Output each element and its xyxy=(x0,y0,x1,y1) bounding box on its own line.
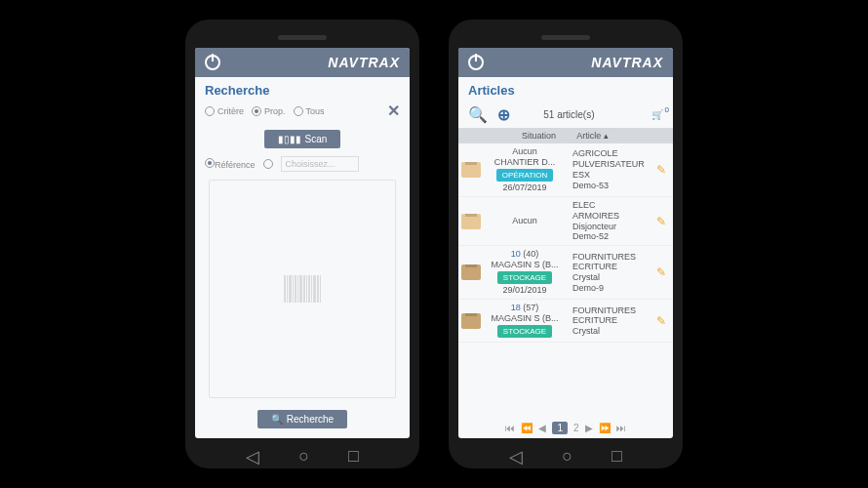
package-icon xyxy=(461,313,481,329)
cell-situation: 18 (57)MAGASIN S (B...STOCKAGE xyxy=(485,303,565,339)
android-nav: ◁ ○ □ xyxy=(458,446,673,468)
barcode-icon: ▮▯▮▮ xyxy=(278,134,301,144)
package-icon xyxy=(461,264,481,280)
pager-fastback-icon[interactable]: ⏪ xyxy=(521,423,533,433)
page-title: Articles xyxy=(458,77,673,102)
screen-right: NAVTRAX Articles 🔍 ⊕ 51 article(s) 🛒0 Si… xyxy=(458,48,673,438)
radio-tous[interactable]: Tous xyxy=(294,106,325,116)
table-row[interactable]: AucunELECARMOIRESDisjoncteurDemo-52✎ xyxy=(458,197,673,246)
pager-page-current[interactable]: 1 xyxy=(552,422,568,434)
pager-fastfwd-icon[interactable]: ⏩ xyxy=(599,423,611,433)
col-article[interactable]: Article ▴ xyxy=(566,131,619,141)
toolbar: 🔍 ⊕ 51 article(s) 🛒0 xyxy=(458,102,673,128)
search-icon[interactable]: 🔍 xyxy=(468,105,488,124)
pager-page-2[interactable]: 2 xyxy=(573,423,579,433)
nav-recent-icon[interactable]: □ xyxy=(612,446,622,468)
phone-right: NAVTRAX Articles 🔍 ⊕ 51 article(s) 🛒0 Si… xyxy=(449,20,683,468)
phone-left: NAVTRAX Recherche Critère Prop. Tous ✕ ▮… xyxy=(185,20,419,468)
radio-blank[interactable] xyxy=(263,159,273,169)
cell-article: AGRICOLEPULVERISATEURESXDemo-53 xyxy=(569,148,652,190)
sort-icon: ▴ xyxy=(604,131,609,141)
cart-icon[interactable]: 🛒0 xyxy=(651,109,663,120)
android-nav: ◁ ○ □ xyxy=(195,446,410,468)
brand-logo: NAVTRAX xyxy=(328,55,400,70)
nav-recent-icon[interactable]: □ xyxy=(348,446,359,468)
screen-left: NAVTRAX Recherche Critère Prop. Tous ✕ ▮… xyxy=(195,48,410,438)
nav-back-icon[interactable]: ◁ xyxy=(509,446,523,468)
cell-situation: 10 (40)MAGASIN S (B...STOCKAGE29/01/2019 xyxy=(485,249,565,296)
add-icon[interactable]: ⊕ xyxy=(497,105,510,124)
edit-icon[interactable]: ✎ xyxy=(656,163,670,177)
pager-next-icon[interactable]: ▶ xyxy=(585,423,593,433)
app-header: NAVTRAX xyxy=(195,48,410,77)
cart-badge: 0 xyxy=(665,105,669,114)
table-row[interactable]: 18 (57)MAGASIN S (B...STOCKAGEFOURNITURE… xyxy=(458,300,673,343)
cell-article: FOURNITURESECRITURECrystal xyxy=(569,305,652,337)
cell-situation: Aucun xyxy=(485,216,565,226)
app-header: NAVTRAX xyxy=(458,48,673,77)
table-header: Situation Article ▴ xyxy=(458,128,673,143)
select-dropdown[interactable]: Choisissez... xyxy=(281,156,359,172)
power-icon[interactable] xyxy=(468,55,484,70)
pager-last-icon[interactable]: ⏭ xyxy=(616,423,626,433)
col-situation[interactable]: Situation xyxy=(512,131,566,141)
nav-home-icon[interactable]: ○ xyxy=(298,446,309,468)
phone-speaker xyxy=(278,35,327,40)
edit-icon[interactable]: ✎ xyxy=(656,215,670,228)
brand-logo: NAVTRAX xyxy=(591,55,663,70)
scan-button[interactable]: ▮▯▮▮Scan xyxy=(264,130,341,148)
close-icon[interactable]: ✕ xyxy=(387,102,400,120)
article-count: 51 article(s) xyxy=(543,109,594,120)
radio-reference[interactable]: Référence xyxy=(205,158,256,170)
table-row[interactable]: AucunCHANTIER D...OPÉRATION26/07/2019AGR… xyxy=(458,143,673,197)
nav-back-icon[interactable]: ◁ xyxy=(246,446,259,468)
pager: ⏮ ⏪ ◀ 1 2 ▶ ⏩ ⏭ xyxy=(458,418,673,438)
edit-icon[interactable]: ✎ xyxy=(656,314,670,328)
pager-prev-icon[interactable]: ◀ xyxy=(538,423,546,433)
search-button[interactable]: 🔍Recherche xyxy=(257,410,347,428)
pager-first-icon[interactable]: ⏮ xyxy=(505,423,515,433)
page-title: Recherche xyxy=(195,77,410,102)
phone-speaker xyxy=(541,35,590,40)
cell-article: FOURNITURESECRITURECrystalDemo-9 xyxy=(569,252,652,294)
radio-prop[interactable]: Prop. xyxy=(252,106,286,116)
power-icon[interactable] xyxy=(205,55,220,70)
table-row[interactable]: 10 (40)MAGASIN S (B...STOCKAGE29/01/2019… xyxy=(458,246,673,300)
nav-home-icon[interactable]: ○ xyxy=(562,446,572,468)
package-icon xyxy=(461,214,481,229)
package-icon xyxy=(461,162,481,178)
radio-critere[interactable]: Critère xyxy=(205,106,244,116)
search-icon: 🔍 xyxy=(271,414,283,425)
scan-preview xyxy=(209,180,396,398)
edit-icon[interactable]: ✎ xyxy=(656,265,670,279)
filter-row: Critère Prop. Tous ✕ xyxy=(195,102,410,126)
barcode-placeholder xyxy=(284,275,321,303)
cell-situation: AucunCHANTIER D...OPÉRATION26/07/2019 xyxy=(485,146,565,193)
cell-article: ELECARMOIRESDisjoncteurDemo-52 xyxy=(569,200,652,242)
